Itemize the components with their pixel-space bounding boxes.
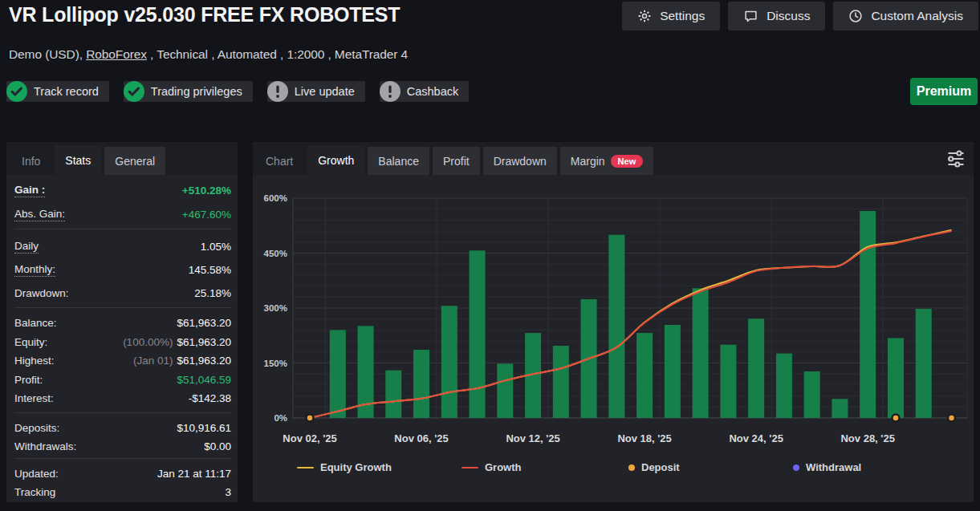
deposit-marker[interactable] [307, 415, 314, 422]
legend-marker [297, 467, 314, 468]
chart-panel-tabs: ChartGrowthBalanceProfitDrawdownMarginNe… [253, 142, 974, 175]
tab-general[interactable]: General [104, 147, 165, 175]
equity-bar[interactable] [776, 354, 792, 418]
stat-value-group: (100.00%)$61,963.20 [123, 336, 231, 348]
deposit-marker[interactable] [892, 415, 899, 422]
stat-value-group: $61,963.20 [177, 317, 231, 329]
button-label: Settings [660, 9, 705, 23]
equity-bar[interactable] [470, 250, 486, 418]
equity-bar[interactable] [804, 371, 820, 418]
tab-label: General [115, 155, 155, 168]
equity-bar[interactable] [832, 399, 848, 418]
legend-growth[interactable]: Growth [462, 461, 522, 473]
tab-margin[interactable]: MarginNew [560, 147, 653, 175]
tab-label: Chart [266, 155, 293, 168]
equity-bar[interactable] [608, 235, 624, 418]
badge-trading-privileges[interactable]: Trading privileges [124, 81, 253, 102]
tab-growth[interactable]: Growth [307, 145, 364, 175]
badge-live-update[interactable]: Live update [267, 81, 365, 102]
legend-label: Deposit [641, 461, 680, 473]
legend-equity-growth[interactable]: Equity Growth [297, 461, 392, 473]
stat-label[interactable]: Gain : [14, 184, 45, 197]
tab-balance[interactable]: Balance [368, 147, 429, 175]
stat-value: Jan 21 at 11:17 [157, 468, 231, 480]
equity-bar[interactable] [497, 363, 513, 418]
tab-label: Stats [65, 154, 91, 167]
check-circle-icon [6, 81, 27, 102]
equity-bar[interactable] [553, 346, 569, 418]
equity-bar[interactable] [330, 330, 346, 418]
legend-withdrawal[interactable]: Withdrawal [793, 461, 861, 473]
tab-stats[interactable]: Stats [55, 145, 101, 175]
y-axis-tick: 0% [274, 413, 287, 423]
broker-link[interactable]: RoboForex [86, 47, 147, 61]
tab-info[interactable]: Info [21, 147, 41, 175]
badge-label: Track record [34, 85, 99, 98]
stat-value-group: Jan 21 at 11:17 [157, 468, 231, 480]
growth-line [310, 231, 952, 418]
custom-analysis-button[interactable]: Custom Analysis [833, 2, 978, 30]
stat-value: $0.00 [204, 440, 231, 452]
stats-section: Gain :+510.28%Abs. Gain:+467.60% [14, 175, 231, 229]
chat-icon [743, 9, 758, 23]
legend-label: Withdrawal [806, 461, 861, 473]
stat-label[interactable]: Daily [14, 240, 39, 253]
badge-label: Cashback [407, 85, 458, 98]
stat-value: 145.58% [189, 264, 231, 276]
clock-icon [848, 9, 863, 23]
equity-bar[interactable] [860, 211, 876, 418]
stats-section: Balance:$61,963.20Equity:(100.00%)$61,96… [14, 308, 231, 412]
stat-label: Tracking [14, 486, 55, 498]
badge-cashback[interactable]: Cashback [380, 81, 469, 102]
stat-row-interest: Interest:-$142.38 [14, 389, 231, 408]
stat-value-group: (Jan 01)$61,963.20 [133, 355, 231, 367]
discuss-button[interactable]: Discuss [728, 2, 825, 30]
stat-value: $61,963.20 [177, 355, 231, 367]
settings-button[interactable]: Settings [622, 2, 720, 30]
equity-bar[interactable] [748, 318, 764, 418]
equity-bar[interactable] [888, 338, 904, 418]
x-axis-tick: Nov 24, '25 [729, 432, 783, 444]
stat-label: Profit: [14, 374, 43, 386]
x-axis-tick: Nov 02, '25 [283, 432, 336, 444]
tab-label: Info [22, 155, 40, 168]
stat-label: Equity: [14, 336, 47, 348]
page-title: VR Lollipop v25.030 FREE FX ROBOTEST [9, 3, 400, 26]
chart-settings-button[interactable] [946, 149, 966, 168]
stat-value: -$142.38 [189, 392, 231, 404]
premium-button[interactable]: Premium [910, 78, 978, 105]
tab-chart[interactable]: Chart [265, 147, 294, 175]
header-buttons: SettingsDiscussCustom Analysis [622, 2, 978, 30]
growth-chart[interactable]: 0%150%300%450%600%Nov 02, '25Nov 06, '25… [253, 175, 974, 502]
equity-bar[interactable] [385, 371, 401, 418]
stat-value: $61,963.20 [177, 317, 231, 329]
tab-drawdown[interactable]: Drawdown [483, 147, 557, 175]
equity-bar[interactable] [916, 309, 932, 418]
stat-value-group: $10,916.61 [177, 422, 231, 434]
stat-row-gain: Gain :+510.28% [14, 178, 231, 202]
stats-section: Updated:Jan 21 at 11:17Tracking3 [14, 459, 231, 502]
equity-bar[interactable] [693, 288, 709, 418]
stat-value: 1.05% [201, 241, 231, 253]
y-axis-tick: 150% [264, 359, 287, 368]
stat-label: Updated: [14, 468, 59, 480]
tab-label: Drawdown [494, 155, 547, 168]
equity-bar[interactable] [413, 350, 429, 418]
info-panel-tabs: InfoStatsGeneral [6, 142, 238, 175]
stat-value-group: +510.28% [182, 185, 231, 197]
equity-bar[interactable] [720, 345, 736, 418]
stat-label[interactable]: Monthly: [14, 263, 55, 277]
badge-track-record[interactable]: Track record [6, 81, 109, 102]
equity-bar[interactable] [441, 306, 457, 418]
equity-growth-line [310, 230, 952, 418]
button-label: Discuss [767, 9, 810, 23]
chart-legend: Equity GrowthGrowthDepositWithdrawal [253, 461, 974, 476]
tab-profit[interactable]: Profit [433, 147, 480, 175]
deposit-marker[interactable] [948, 415, 955, 422]
legend-deposit[interactable]: Deposit [628, 461, 680, 473]
stat-label[interactable]: Abs. Gain: [14, 208, 65, 221]
equity-bar[interactable] [636, 333, 653, 418]
gear-icon [637, 9, 652, 23]
stat-row-highest: Highest:(Jan 01)$61,963.20 [14, 351, 231, 371]
equity-bar[interactable] [665, 325, 681, 418]
